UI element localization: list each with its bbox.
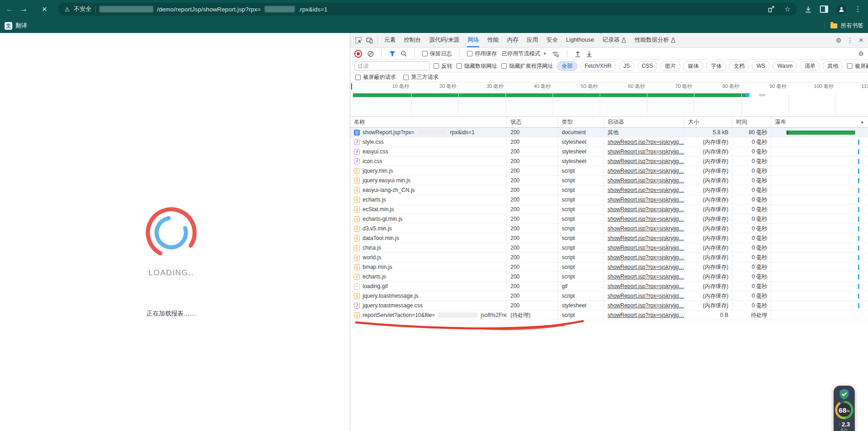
- initiator-link[interactable]: showReport.jsp?rpx=sjskryjjg…: [608, 273, 684, 280]
- filter-pill-其他[interactable]: 其他: [823, 61, 843, 71]
- preserve-log-checkbox[interactable]: 保留日志: [422, 50, 452, 58]
- network-request-row[interactable]: jquery.toastmessage.js200scriptshowRepor…: [350, 291, 868, 301]
- initiator-link[interactable]: showReport.jsp?rpx=sjskryjjg…: [608, 216, 684, 222]
- request-name-cell[interactable]: jquery.min.js: [350, 166, 507, 175]
- request-name-cell[interactable]: dataTool.min.js: [350, 234, 507, 243]
- initiator-link[interactable]: showReport.jsp?rpx=sjskryjjg…: [608, 302, 684, 309]
- network-request-row[interactable]: easyui.css200stylesheetshowReport.jsp?rp…: [350, 147, 868, 157]
- side-panel-icon[interactable]: [820, 5, 828, 13]
- network-request-row[interactable]: ecStat.min.js200scriptshowReport.jsp?rpx…: [350, 205, 868, 214]
- security-widget[interactable]: 68% ↑ 2.3 K/s: [834, 386, 855, 431]
- network-request-row[interactable]: jquery.min.js200scriptshowReport.jsp?rpx…: [350, 166, 868, 176]
- request-name-cell[interactable]: showReport.jsp?rpx=rpx&ids=1: [350, 128, 507, 137]
- initiator-link[interactable]: showReport.jsp?rpx=sjskryjjg…: [608, 187, 684, 193]
- network-request-row[interactable]: showReport.jsp?rpx=rpx&ids=1200document其…: [350, 128, 868, 137]
- devtools-menu-icon[interactable]: ⋮: [847, 37, 853, 44]
- initiator-link[interactable]: showReport.jsp?rpx=sjskryjjg…: [608, 264, 684, 270]
- browser-menu-icon[interactable]: ⋮: [854, 5, 862, 13]
- filter-pill-字体[interactable]: 字体: [706, 61, 726, 71]
- network-request-row[interactable]: echarts.js200scriptshowReport.jsp?rpx=sj…: [350, 272, 868, 282]
- warning-icon[interactable]: ⚠: [65, 6, 70, 13]
- column-header-1[interactable]: 状态: [507, 117, 558, 127]
- request-name-cell[interactable]: echarts.js: [350, 272, 507, 281]
- request-name-cell[interactable]: loading.gif: [350, 282, 507, 291]
- network-overview[interactable]: [350, 91, 868, 117]
- record-icon[interactable]: [354, 50, 362, 58]
- filter-pill-JS[interactable]: JS: [619, 61, 635, 71]
- initiator-link[interactable]: showReport.jsp?rpx=sjskryjjg…: [608, 225, 684, 232]
- all-bookmarks-button[interactable]: 所有书签: [841, 22, 863, 30]
- address-bar[interactable]: ⚠ 不安全 /demo/reportJsp/showReport.jsp?rpx…: [58, 3, 797, 16]
- initiator-link[interactable]: showReport.jsp?rpx=sjskryjjg…: [608, 177, 684, 184]
- forward-icon[interactable]: →: [19, 5, 29, 14]
- initiator-link[interactable]: showReport.jsp?rpx=sjskryjjg…: [608, 206, 684, 213]
- filter-icon[interactable]: [389, 51, 396, 57]
- network-request-row[interactable]: bmap.min.js200scriptshowReport.jsp?rpx=s…: [350, 262, 868, 272]
- network-request-row[interactable]: echarts.js200scriptshowReport.jsp?rpx=sj…: [350, 195, 868, 205]
- request-name-cell[interactable]: china.js: [350, 243, 507, 252]
- inspect-element-icon[interactable]: [353, 35, 364, 46]
- devtools-close-icon[interactable]: ×: [859, 36, 863, 45]
- request-name-cell[interactable]: reportServlet?action=10&file=jsoft%2Frep…: [350, 311, 507, 320]
- devtools-tab-内存[interactable]: 内存: [503, 33, 522, 47]
- initiator-link[interactable]: showReport.jsp?rpx=sjskryjjg…: [608, 283, 684, 289]
- devtools-tab-元素[interactable]: 元素: [380, 33, 400, 47]
- translate-icon[interactable]: 文: [5, 22, 12, 30]
- devtools-tab-应用[interactable]: 应用: [522, 33, 542, 47]
- column-header-6[interactable]: 瀑布▲: [771, 117, 868, 127]
- initiator-link[interactable]: showReport.jsp?rpx=sjskryjjg…: [608, 312, 684, 318]
- network-request-row[interactable]: world.js200scriptshowReport.jsp?rpx=sjsk…: [350, 253, 868, 262]
- network-request-row[interactable]: easyui-lang-zh_CN.js200scriptshowReport.…: [350, 185, 868, 195]
- request-name-cell[interactable]: jquery.toastmessage.js: [350, 291, 507, 300]
- filter-pill-全部[interactable]: 全部: [557, 61, 577, 71]
- column-header-4[interactable]: 大小: [684, 117, 732, 127]
- devtools-tab-Lighthouse[interactable]: Lighthouse: [562, 33, 598, 47]
- request-name-cell[interactable]: world.js: [350, 253, 507, 262]
- request-name-cell[interactable]: jquery.easyui.min.js: [350, 176, 507, 185]
- back-icon[interactable]: ←: [5, 5, 15, 14]
- blocked-requests-checkbox[interactable]: 被屏蔽的请求: [355, 73, 396, 81]
- request-name-cell[interactable]: bmap.min.js: [350, 262, 507, 272]
- column-header-3[interactable]: 启动器: [604, 117, 684, 127]
- filter-pill-CSS[interactable]: CSS: [637, 61, 658, 71]
- share-icon[interactable]: [767, 5, 775, 13]
- network-request-row[interactable]: china.js200scriptshowReport.jsp?rpx=sjsk…: [350, 243, 868, 253]
- initiator-link[interactable]: showReport.jsp?rpx=sjskryjjg…: [608, 158, 684, 164]
- device-toolbar-icon[interactable]: [364, 35, 375, 46]
- checkbox[interactable]: [422, 51, 428, 56]
- network-conditions-icon[interactable]: [552, 50, 559, 57]
- initiator-link[interactable]: showReport.jsp?rpx=sjskryjjg…: [608, 148, 684, 155]
- request-name-cell[interactable]: echarts-gl.min.js: [350, 214, 507, 224]
- network-request-row[interactable]: loading.gif200gifshowReport.jsp?rpx=sjsk…: [350, 282, 868, 291]
- column-header-5[interactable]: 时间: [732, 117, 771, 127]
- column-header-2[interactable]: 类型: [558, 117, 604, 127]
- filter-pill-文档[interactable]: 文档: [729, 61, 749, 71]
- stop-icon[interactable]: ×: [39, 5, 49, 14]
- initiator-link[interactable]: showReport.jsp?rpx=sjskryjjg…: [608, 293, 684, 299]
- request-name-cell[interactable]: easyui.css: [350, 147, 507, 156]
- devtools-tab-网络[interactable]: 网络: [463, 33, 483, 47]
- request-name-cell[interactable]: echarts.js: [350, 195, 507, 204]
- devtools-settings-icon[interactable]: ⚙: [836, 37, 842, 44]
- profile-avatar[interactable]: [836, 4, 846, 15]
- third-party-checkbox[interactable]: 第三方请求: [403, 73, 439, 81]
- devtools-tab-源代码/来源[interactable]: 源代码/来源: [425, 33, 464, 47]
- export-har-icon[interactable]: [586, 50, 592, 57]
- initiator-link[interactable]: showReport.jsp?rpx=sjskryjjg…: [608, 168, 684, 174]
- import-har-icon[interactable]: [575, 50, 581, 57]
- devtools-tab-性能数据分析[interactable]: 性能数据分析: [630, 33, 680, 47]
- disable-cache-checkbox[interactable]: 停用缓存: [467, 50, 497, 58]
- network-request-row[interactable]: icon.css200stylesheetshowReport.jsp?rpx=…: [350, 157, 868, 166]
- checkbox[interactable]: [467, 51, 472, 56]
- search-icon[interactable]: [401, 50, 407, 57]
- column-header-0[interactable]: 名称: [350, 117, 507, 127]
- initiator-link[interactable]: showReport.jsp?rpx=sjskryjjg…: [608, 235, 684, 241]
- network-request-row[interactable]: reportServlet?action=10&file=jsoft%2Frep…: [350, 311, 868, 320]
- filter-pill-Fetch/XHR[interactable]: Fetch/XHR: [580, 61, 616, 71]
- filter-input[interactable]: [354, 61, 429, 71]
- initiator-link[interactable]: showReport.jsp?rpx=sjskryjjg…: [608, 196, 684, 203]
- request-name-cell[interactable]: jquery.toastmessage.css: [350, 301, 507, 310]
- download-icon[interactable]: [804, 5, 812, 13]
- request-name-cell[interactable]: icon.css: [350, 157, 507, 166]
- clear-icon[interactable]: [367, 50, 374, 57]
